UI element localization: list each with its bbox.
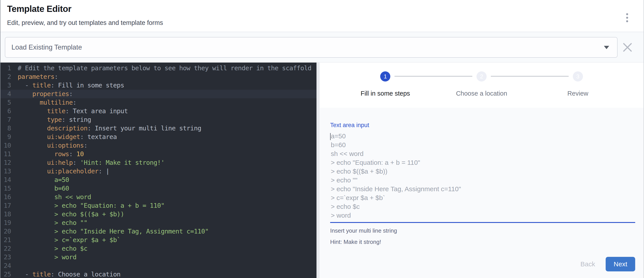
line-code: ui:options:	[18, 141, 88, 150]
textarea-placeholder-line: b=60	[330, 141, 635, 149]
field-hint: Hint: Make it strong!	[330, 239, 635, 245]
form-area: Text area input a=50b=60sh << word> echo…	[320, 108, 644, 278]
editor-line: 21 > c=`expr $a + $b`	[0, 236, 316, 244]
editor-line: 12 ui:help: 'Hint: Make it strong!'	[0, 158, 316, 167]
editor-line: 15 b=60	[0, 184, 316, 193]
line-code: > c=`expr $a + $b`	[18, 236, 120, 244]
kebab-menu-icon[interactable]	[624, 11, 630, 24]
line-number: 2	[0, 72, 11, 81]
editor-line: 2parameters:	[0, 72, 316, 81]
line-code: > echo $c	[18, 244, 88, 253]
line-number: 14	[0, 176, 11, 184]
line-number: 18	[0, 210, 11, 219]
line-code: parameters:	[18, 72, 58, 81]
textarea-placeholder: a=50b=60sh << word> echo "Equation: a + …	[330, 132, 635, 220]
line-number: 17	[0, 201, 11, 210]
kebab-dot	[626, 20, 628, 22]
back-button[interactable]: Back	[579, 258, 596, 270]
line-code: description: Insert your multi line stri…	[18, 124, 201, 133]
main-split: 1# Edit the template parameters below to…	[0, 62, 644, 278]
form-preview-panel: 1Fill in some steps2Choose a location3Re…	[320, 62, 644, 278]
line-number: 25	[0, 270, 11, 278]
next-button[interactable]: Next	[606, 257, 635, 272]
textarea-focus-underline	[330, 222, 635, 223]
chevron-down-icon	[604, 46, 609, 49]
template-loader-bar: Load Existing Template	[0, 32, 644, 62]
line-code: type: string	[18, 115, 91, 124]
textarea-placeholder-line: > echo ""	[330, 176, 635, 185]
line-code: > echo "Inside Here Tag, Assignment c=11…	[18, 227, 208, 236]
page-subtitle: Edit, preview, and try out templates and…	[7, 19, 644, 26]
textarea-placeholder-line: sh << word	[330, 149, 635, 158]
line-number: 4	[0, 90, 11, 98]
step-circle[interactable]: 3	[573, 71, 583, 81]
line-number: 12	[0, 158, 11, 167]
page-header: Template Editor Edit, preview, and try o…	[0, 0, 644, 32]
textarea-placeholder-line: > echo "Equation: a + b = 110"	[330, 158, 635, 167]
line-code: ui:placeholder: |	[18, 167, 110, 176]
line-number: 8	[0, 124, 11, 133]
multiline-textarea[interactable]: a=50b=60sh << word> echo "Equation: a + …	[330, 132, 635, 220]
line-code: rows: 10	[18, 150, 84, 158]
line-number: 15	[0, 184, 11, 193]
editor-line: 7 type: string	[0, 115, 316, 124]
textarea-placeholder-line: > echo "Inside Here Tag, Assignment c=11…	[330, 185, 635, 193]
close-icon	[622, 42, 633, 53]
step-circle[interactable]: 1	[380, 71, 390, 81]
step-label: Fill in some steps	[337, 90, 434, 97]
field-label: Text area input	[330, 122, 635, 129]
template-editor-page: Template Editor Edit, preview, and try o…	[0, 0, 644, 278]
line-number: 16	[0, 193, 11, 201]
editor-line: 17 > echo "Equation: a + b = 110"	[0, 201, 316, 210]
textarea-placeholder-line: > word	[330, 211, 635, 220]
line-code: sh << word	[18, 193, 91, 201]
editor-line: 13 ui:placeholder: |	[0, 167, 316, 176]
load-template-select[interactable]: Load Existing Template	[5, 37, 618, 58]
editor-line: 16 sh << word	[0, 193, 316, 201]
stepper-connector	[491, 76, 568, 76]
line-number: 9	[0, 133, 11, 141]
stepper: 1Fill in some steps2Choose a location3Re…	[320, 62, 644, 108]
editor-line: 23 > word	[0, 253, 316, 262]
textarea-placeholder-line: > echo $(($a + $b))	[330, 167, 635, 176]
line-number: 3	[0, 81, 11, 90]
wizard-actions: Back Next	[330, 257, 635, 272]
line-code: multiline:	[18, 98, 76, 107]
editor-line: 25 - title: Choose a location	[0, 270, 316, 278]
step-label: Review	[530, 90, 626, 97]
editor-scrollbar[interactable]	[316, 62, 320, 278]
editor-line: 3 - title: Fill in some steps	[0, 81, 316, 90]
editor-line: 9 ui:widget: textarea	[0, 133, 316, 141]
editor-line: 8 description: Insert your multi line st…	[0, 124, 316, 133]
yaml-editor[interactable]: 1# Edit the template parameters below to…	[0, 62, 320, 278]
line-code: title: Text area input	[18, 107, 128, 115]
line-code: > word	[18, 253, 76, 262]
step-label: Choose a location	[434, 90, 530, 97]
stepper-step: 2Choose a location	[434, 71, 530, 108]
clear-template-button[interactable]	[622, 42, 633, 53]
line-number: 10	[0, 141, 11, 150]
line-number: 11	[0, 150, 11, 158]
line-number: 24	[0, 262, 11, 270]
line-code: ui:widget: textarea	[18, 133, 117, 141]
editor-line: 19 > echo ""	[0, 219, 316, 227]
line-code: > echo ""	[18, 219, 88, 227]
textarea-placeholder-line: > c=`expr $a + $b`	[330, 193, 635, 202]
line-code: > echo $(($a + $b))	[18, 210, 124, 219]
step-circle[interactable]: 2	[476, 71, 487, 81]
text-cursor	[330, 133, 330, 140]
line-number: 7	[0, 115, 11, 124]
kebab-dot	[626, 17, 628, 19]
line-code: > echo "Equation: a + b = 110"	[18, 201, 164, 210]
editor-line: 6 title: Text area input	[0, 107, 316, 115]
textarea-placeholder-line: > echo $c	[330, 202, 635, 211]
field-description: Insert your multi line string	[330, 227, 635, 234]
stepper-step: 1Fill in some steps	[337, 71, 434, 108]
line-number: 19	[0, 219, 11, 227]
line-number: 21	[0, 236, 11, 244]
editor-line: 4 properties:	[0, 90, 316, 98]
line-number: 13	[0, 167, 11, 176]
line-number: 6	[0, 107, 11, 115]
editor-line: 11 rows: 10	[0, 150, 316, 158]
line-code: ui:help: 'Hint: Make it strong!'	[18, 158, 164, 167]
